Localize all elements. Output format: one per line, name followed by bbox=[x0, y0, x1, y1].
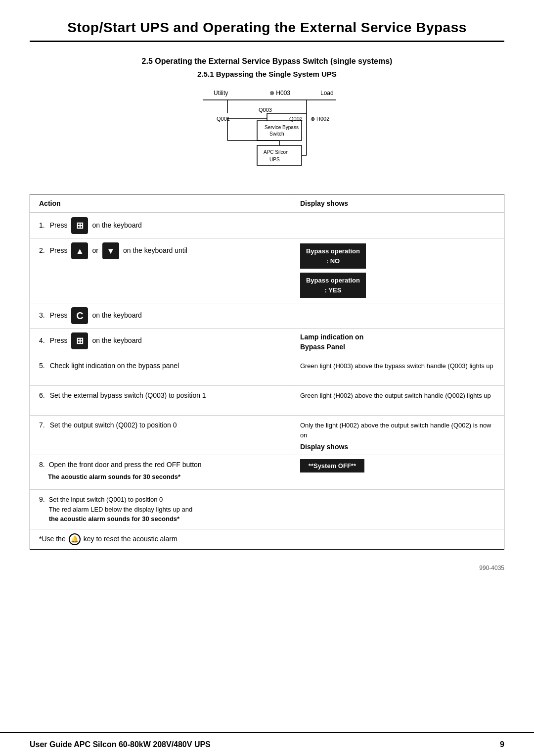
footer-note-suffix: key to reset the acoustic alarm bbox=[84, 534, 178, 544]
footer-page: 9 bbox=[500, 740, 504, 749]
display-cell-8: **System OFF** bbox=[291, 455, 504, 476]
table-row: 9. Set the input switch (Q001) to positi… bbox=[30, 489, 504, 529]
display-cell-9 bbox=[291, 490, 504, 498]
bypass-yes-value: : YES bbox=[306, 285, 360, 295]
action-cell-3: 3. Press C on the keyboard bbox=[30, 303, 291, 328]
circuit-diagram: Utility ⊗ H003 Load Q001 Q003 Q002 ⊗ H00… bbox=[183, 86, 351, 180]
bypass-no-text: Bypass operation bbox=[306, 246, 360, 256]
action-cell-8: 8. Open the front door and press the red… bbox=[30, 455, 291, 485]
action-cell-4: 4. Press ⊞ on the keyboard bbox=[30, 329, 291, 353]
row-number-6: 6. bbox=[39, 391, 45, 401]
row-number-2: 2. bbox=[39, 246, 45, 256]
action-text-1: Press bbox=[50, 221, 68, 231]
action-text-7: Set the output switch (Q002) to position… bbox=[50, 421, 177, 430]
display-text-5: Green light (H003) above the bypass swit… bbox=[300, 361, 493, 371]
instruction-table: Action Display shows 1. Press ⊞ on the k… bbox=[30, 194, 504, 550]
svg-rect-14 bbox=[257, 145, 302, 165]
table-row: 4. Press ⊞ on the keyboard Lamp indicati… bbox=[30, 328, 504, 356]
footer-title: User Guide APC Silcon 60-80kW 208V/480V … bbox=[30, 740, 211, 749]
action-sub1-9: The red alarm LED below the display ligh… bbox=[49, 505, 193, 515]
action-suffix-3: on the keyboard bbox=[92, 311, 141, 321]
lamp-indication: Lamp indication onBypass Panel bbox=[300, 332, 363, 352]
diagram-container: Utility ⊗ H003 Load Q001 Q003 Q002 ⊗ H00… bbox=[30, 86, 504, 180]
action-text-3: Press bbox=[50, 311, 68, 321]
section-heading: 2.5 Operating the External Service Bypas… bbox=[30, 57, 504, 66]
col-display-header: Display shows bbox=[291, 194, 504, 212]
action-cell-6: 6. Set the external bypass switch (Q003)… bbox=[30, 386, 291, 405]
display-cell-3 bbox=[291, 303, 504, 311]
row-number-7: 7. bbox=[39, 421, 45, 430]
svg-text:Service Bypass: Service Bypass bbox=[265, 125, 299, 130]
row-number-3: 3. bbox=[39, 311, 45, 321]
table-row: 7. Set the output switch (Q002) to posit… bbox=[30, 415, 504, 455]
down-arrow-icon: ▼ bbox=[102, 242, 119, 259]
menu-key-icon-2: ⊞ bbox=[71, 332, 88, 349]
action-cell-1: 1. Press ⊞ on the keyboard bbox=[30, 213, 291, 238]
action-text-8: Open the front door and press the red OF… bbox=[49, 460, 202, 470]
action-cell-9: 9. Set the input switch (Q001) to positi… bbox=[30, 490, 291, 528]
display-cell-4: Lamp indication onBypass Panel bbox=[291, 329, 504, 356]
action-cell-note: *Use the 🔔 key to reset the acoustic ala… bbox=[30, 529, 291, 549]
action-cell-2: 2. Press ▲ or ▼ on the keyboard until bbox=[30, 238, 291, 263]
table-footer-note-row: *Use the 🔔 key to reset the acoustic ala… bbox=[30, 529, 504, 549]
row-number-9: 9. bbox=[39, 495, 45, 505]
table-header: Action Display shows bbox=[30, 194, 504, 213]
action-text-9: Set the input switch (Q001) to position … bbox=[49, 495, 193, 505]
bypass-yes-text: Bypass operation bbox=[306, 276, 360, 285]
page-wrapper: Stop/Start UPS and Operating the Externa… bbox=[0, 0, 534, 756]
c-key-icon: C bbox=[71, 307, 88, 324]
action-cell-7: 7. Set the output switch (Q002) to posit… bbox=[30, 416, 291, 434]
action-text-2: Press bbox=[50, 246, 68, 256]
svg-text:Q003: Q003 bbox=[259, 107, 272, 113]
display-shows-label-7: Display shows bbox=[300, 443, 348, 451]
page-title: Stop/Start UPS and Operating the Externa… bbox=[30, 20, 504, 42]
action-text-4: Press bbox=[50, 336, 68, 346]
svg-text:Load: Load bbox=[320, 90, 334, 96]
svg-text:⊗ H002: ⊗ H002 bbox=[311, 116, 329, 122]
footer-note-text: *Use the bbox=[39, 534, 66, 544]
table-row: 3. Press C on the keyboard bbox=[30, 303, 504, 328]
svg-text:⊗ H003: ⊗ H003 bbox=[269, 90, 290, 96]
action-text-6: Set the external bypass switch (Q003) to… bbox=[50, 391, 206, 401]
svg-text:APC Silcon: APC Silcon bbox=[264, 149, 289, 155]
svg-rect-11 bbox=[257, 121, 302, 141]
row-number-4: 4. bbox=[39, 336, 45, 346]
svg-text:UPS: UPS bbox=[269, 157, 280, 162]
or-text: or bbox=[92, 246, 98, 256]
display-cell-7: Only the light (H002) above the output s… bbox=[291, 416, 504, 455]
bypass-no-box: Bypass operation : NO bbox=[300, 243, 366, 269]
display-text-6: Green light (H002) above the output swit… bbox=[300, 391, 491, 401]
display-text-7: Only the light (H002) above the output s… bbox=[300, 421, 495, 440]
menu-key-icon-1: ⊞ bbox=[71, 217, 88, 234]
row-number-5: 5. bbox=[39, 361, 45, 371]
action-inline-8: 8. Open the front door and press the red… bbox=[39, 460, 202, 470]
action-bold-8: The acoustic alarm sounds for 30 seconds… bbox=[48, 473, 180, 480]
table-row: 2. Press ▲ or ▼ on the keyboard until By… bbox=[30, 238, 504, 303]
display-cell-1 bbox=[291, 213, 504, 221]
display-cell-6: Green light (H002) above the output swit… bbox=[291, 386, 504, 405]
table-row: 8. Open the front door and press the red… bbox=[30, 455, 504, 489]
lamp-header-text: Lamp indication onBypass Panel bbox=[300, 332, 363, 352]
action-inline-9: 9. Set the input switch (Q001) to positi… bbox=[39, 495, 192, 524]
table-row: 6. Set the external bypass switch (Q003)… bbox=[30, 385, 504, 415]
display-cell-note bbox=[291, 529, 504, 537]
action-text-5: Check light indication on the bypass pan… bbox=[50, 361, 179, 371]
row-number-8: 8. bbox=[39, 460, 45, 470]
bypass-no-value: : NO bbox=[306, 256, 360, 266]
system-off-box: **System OFF** bbox=[300, 459, 364, 472]
subsection-heading: 2.5.1 Bypassing the Single System UPS bbox=[30, 70, 504, 78]
row-number-1: 1. bbox=[39, 221, 45, 231]
svg-text:Switch: Switch bbox=[269, 131, 284, 137]
action-cell-5: 5. Check light indication on the bypass … bbox=[30, 356, 291, 375]
utility-label: Utility bbox=[214, 90, 228, 96]
display-cell-2: Bypass operation : NO Bypass operation :… bbox=[291, 238, 504, 303]
table-row: 5. Check light indication on the bypass … bbox=[30, 356, 504, 385]
action-suffix-4: on the keyboard bbox=[92, 336, 141, 346]
action-sub2-9: the acoustic alarm sounds for 30 seconds… bbox=[49, 514, 193, 524]
table-row: 1. Press ⊞ on the keyboard bbox=[30, 213, 504, 238]
bypass-yes-box: Bypass operation : YES bbox=[300, 273, 366, 298]
page-footer: User Guide APC Silcon 60-80kW 208V/480V … bbox=[0, 732, 534, 756]
doc-number: 990-4035 bbox=[30, 565, 504, 571]
bell-icon: 🔔 bbox=[69, 533, 81, 545]
action-suffix-1: on the keyboard bbox=[92, 221, 141, 231]
